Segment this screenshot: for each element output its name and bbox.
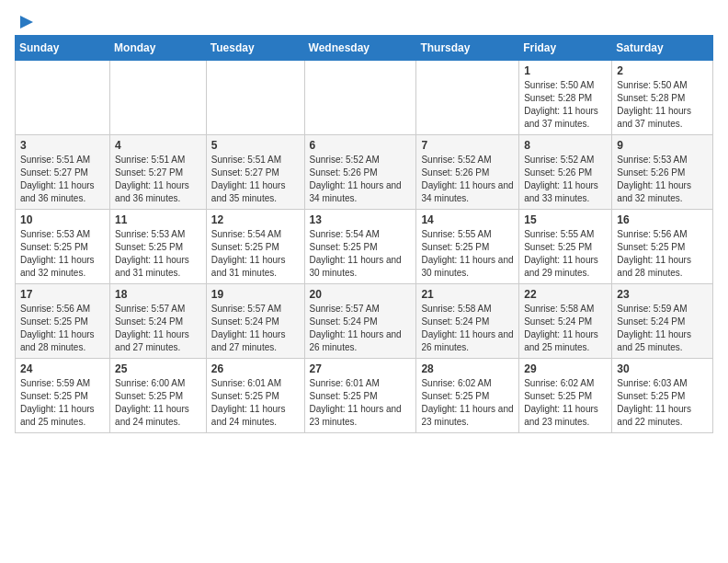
day-info: Sunrise: 5:55 AM Sunset: 5:25 PM Dayligh… [524,228,607,280]
calendar-cell: 16Sunrise: 5:56 AM Sunset: 5:25 PM Dayli… [612,210,713,284]
day-number: 10 [20,213,105,226]
day-info: Sunrise: 5:52 AM Sunset: 5:26 PM Dayligh… [310,154,412,205]
calendar-cell: 12Sunrise: 5:54 AM Sunset: 5:25 PM Dayli… [206,210,304,284]
calendar-cell: 8Sunrise: 5:52 AM Sunset: 5:26 PM Daylig… [519,135,612,210]
calendar-week-row: 10Sunrise: 5:53 AM Sunset: 5:25 PM Dayli… [16,210,713,284]
day-info: Sunrise: 5:52 AM Sunset: 5:26 PM Dayligh… [524,154,607,205]
calendar-table: SundayMondayTuesdayWednesdayThursdayFrid… [15,35,713,433]
calendar-cell [416,61,519,135]
calendar-cell: 10Sunrise: 5:53 AM Sunset: 5:25 PM Dayli… [16,210,110,284]
day-info: Sunrise: 5:54 AM Sunset: 5:25 PM Dayligh… [310,228,412,280]
day-number: 15 [524,213,607,226]
day-info: Sunrise: 5:50 AM Sunset: 5:28 PM Dayligh… [617,79,708,131]
day-number: 13 [310,213,412,226]
day-info: Sunrise: 5:57 AM Sunset: 5:24 PM Dayligh… [115,303,201,354]
day-number: 29 [524,362,607,375]
day-header-monday: Monday [110,36,207,61]
day-info: Sunrise: 6:03 AM Sunset: 5:25 PM Dayligh… [617,377,708,429]
day-info: Sunrise: 5:59 AM Sunset: 5:25 PM Dayligh… [20,377,105,429]
day-info: Sunrise: 5:56 AM Sunset: 5:25 PM Dayligh… [20,303,105,354]
calendar-week-row: 24Sunrise: 5:59 AM Sunset: 5:25 PM Dayli… [16,359,713,433]
day-info: Sunrise: 5:54 AM Sunset: 5:25 PM Dayligh… [211,228,300,280]
day-number: 17 [20,288,105,301]
day-header-tuesday: Tuesday [206,36,304,61]
day-number: 23 [617,288,708,301]
day-info: Sunrise: 5:59 AM Sunset: 5:24 PM Dayligh… [617,303,708,354]
day-number: 18 [115,288,201,301]
logo [15,15,35,28]
day-info: Sunrise: 6:00 AM Sunset: 5:25 PM Dayligh… [115,377,201,429]
calendar-cell: 23Sunrise: 5:59 AM Sunset: 5:24 PM Dayli… [612,284,713,359]
day-number: 25 [115,362,201,375]
day-number: 24 [20,362,105,375]
calendar-header-row: SundayMondayTuesdayWednesdayThursdayFrid… [16,36,713,61]
calendar-cell: 3Sunrise: 5:51 AM Sunset: 5:27 PM Daylig… [16,135,110,210]
calendar-cell: 21Sunrise: 5:58 AM Sunset: 5:24 PM Dayli… [416,284,519,359]
day-number: 3 [20,139,105,152]
calendar-cell: 17Sunrise: 5:56 AM Sunset: 5:25 PM Dayli… [16,284,110,359]
day-number: 14 [421,213,514,226]
day-info: Sunrise: 5:50 AM Sunset: 5:28 PM Dayligh… [524,79,607,131]
day-number: 20 [310,288,412,301]
logo-arrow-icon [17,13,35,31]
calendar-cell: 19Sunrise: 5:57 AM Sunset: 5:24 PM Dayli… [206,284,304,359]
day-info: Sunrise: 5:53 AM Sunset: 5:25 PM Dayligh… [115,228,201,280]
calendar-cell: 22Sunrise: 5:58 AM Sunset: 5:24 PM Dayli… [519,284,612,359]
calendar-cell: 18Sunrise: 5:57 AM Sunset: 5:24 PM Dayli… [110,284,207,359]
calendar-cell: 29Sunrise: 6:02 AM Sunset: 5:25 PM Dayli… [519,359,612,433]
day-number: 8 [524,139,607,152]
day-number: 5 [211,139,300,152]
day-info: Sunrise: 5:51 AM Sunset: 5:27 PM Dayligh… [20,154,105,205]
calendar-cell: 4Sunrise: 5:51 AM Sunset: 5:27 PM Daylig… [110,135,207,210]
day-number: 1 [524,64,607,77]
calendar-cell: 25Sunrise: 6:00 AM Sunset: 5:25 PM Dayli… [110,359,207,433]
day-info: Sunrise: 6:02 AM Sunset: 5:25 PM Dayligh… [421,377,514,429]
calendar-cell [16,61,110,135]
calendar-week-row: 17Sunrise: 5:56 AM Sunset: 5:25 PM Dayli… [16,284,713,359]
calendar-cell: 13Sunrise: 5:54 AM Sunset: 5:25 PM Dayli… [304,210,416,284]
day-info: Sunrise: 5:57 AM Sunset: 5:24 PM Dayligh… [211,303,300,354]
calendar-cell [304,61,416,135]
day-number: 22 [524,288,607,301]
calendar-cell: 2Sunrise: 5:50 AM Sunset: 5:28 PM Daylig… [612,61,713,135]
day-info: Sunrise: 6:01 AM Sunset: 5:25 PM Dayligh… [310,377,412,429]
svg-marker-0 [20,16,33,29]
day-header-saturday: Saturday [612,36,713,61]
day-number: 7 [421,139,514,152]
calendar-cell: 24Sunrise: 5:59 AM Sunset: 5:25 PM Dayli… [16,359,110,433]
day-header-friday: Friday [519,36,612,61]
day-number: 11 [115,213,201,226]
day-number: 30 [617,362,708,375]
day-number: 27 [310,362,412,375]
day-number: 12 [211,213,300,226]
day-info: Sunrise: 5:58 AM Sunset: 5:24 PM Dayligh… [421,303,514,354]
day-number: 9 [617,139,708,152]
day-number: 6 [310,139,412,152]
day-info: Sunrise: 5:51 AM Sunset: 5:27 PM Dayligh… [115,154,201,205]
day-number: 28 [421,362,514,375]
calendar-cell: 20Sunrise: 5:57 AM Sunset: 5:24 PM Dayli… [304,284,416,359]
day-info: Sunrise: 5:53 AM Sunset: 5:26 PM Dayligh… [617,154,708,205]
calendar-cell: 5Sunrise: 5:51 AM Sunset: 5:27 PM Daylig… [206,135,304,210]
calendar-cell: 27Sunrise: 6:01 AM Sunset: 5:25 PM Dayli… [304,359,416,433]
day-number: 4 [115,139,201,152]
day-info: Sunrise: 5:57 AM Sunset: 5:24 PM Dayligh… [310,303,412,354]
calendar-cell: 14Sunrise: 5:55 AM Sunset: 5:25 PM Dayli… [416,210,519,284]
day-number: 16 [617,213,708,226]
day-header-sunday: Sunday [16,36,110,61]
calendar-cell: 1Sunrise: 5:50 AM Sunset: 5:28 PM Daylig… [519,61,612,135]
calendar-week-row: 1Sunrise: 5:50 AM Sunset: 5:28 PM Daylig… [16,61,713,135]
calendar-week-row: 3Sunrise: 5:51 AM Sunset: 5:27 PM Daylig… [16,135,713,210]
calendar-cell: 26Sunrise: 6:01 AM Sunset: 5:25 PM Dayli… [206,359,304,433]
calendar-cell: 15Sunrise: 5:55 AM Sunset: 5:25 PM Dayli… [519,210,612,284]
day-info: Sunrise: 6:01 AM Sunset: 5:25 PM Dayligh… [211,377,300,429]
day-info: Sunrise: 5:51 AM Sunset: 5:27 PM Dayligh… [211,154,300,205]
calendar-cell: 11Sunrise: 5:53 AM Sunset: 5:25 PM Dayli… [110,210,207,284]
page-header [15,15,713,28]
calendar-cell: 28Sunrise: 6:02 AM Sunset: 5:25 PM Dayli… [416,359,519,433]
day-info: Sunrise: 5:53 AM Sunset: 5:25 PM Dayligh… [20,228,105,280]
day-number: 21 [421,288,514,301]
calendar-cell [110,61,207,135]
day-header-thursday: Thursday [416,36,519,61]
day-info: Sunrise: 5:58 AM Sunset: 5:24 PM Dayligh… [524,303,607,354]
